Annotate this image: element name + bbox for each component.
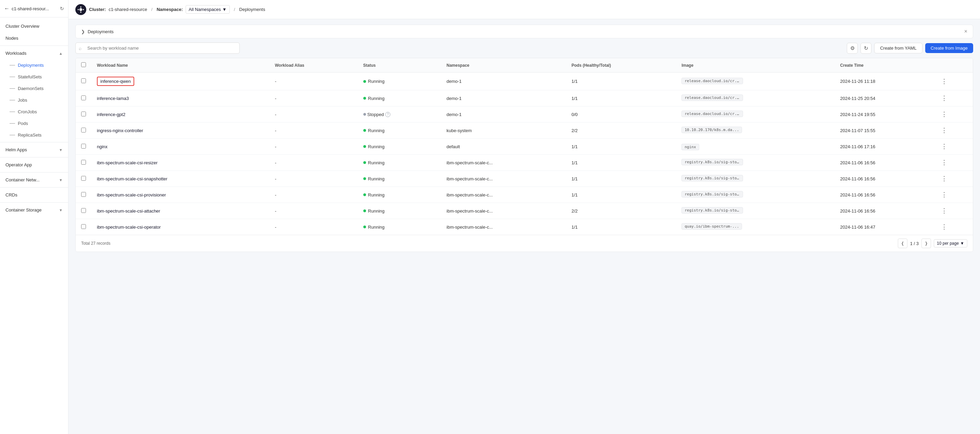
workload-name[interactable]: ibm-spectrum-scale-csi-attacher xyxy=(97,208,160,214)
workload-name[interactable]: inference-gpt2 xyxy=(97,112,125,117)
row-pods-cell: 1/1 xyxy=(566,219,676,235)
sidebar-item-cluster-overview[interactable]: Cluster Overview xyxy=(0,20,68,32)
row-checkbox[interactable] xyxy=(81,192,86,197)
sidebar-item-cronjobs[interactable]: — CronJobs xyxy=(0,106,68,118)
status-badge: Running xyxy=(363,160,436,165)
create-time-text: 2024-11-06 16:56 xyxy=(840,192,875,197)
workload-name[interactable]: ingress-nginx-controller xyxy=(97,128,143,133)
more-actions-button[interactable]: ⋮ xyxy=(941,175,947,182)
workload-name[interactable]: ibm-spectrum-scale-csi-operator xyxy=(97,224,161,230)
status-badge: Stopped ? xyxy=(363,112,436,117)
namespace-text: demo-1 xyxy=(447,79,461,84)
divider-6 xyxy=(0,202,68,203)
row-time-cell: 2024-11-06 16:47 xyxy=(835,219,935,235)
namespace-text: kube-system xyxy=(447,128,472,133)
image-tag: registry.k8s.io/sig-stor... xyxy=(681,175,743,181)
next-page-button[interactable]: ❭ xyxy=(921,238,931,248)
row-checkbox[interactable] xyxy=(81,224,86,229)
more-actions-button[interactable]: ⋮ xyxy=(941,224,947,231)
row-image-cell: nginx xyxy=(676,138,834,155)
workload-name[interactable]: ibm-spectrum-scale-csi-snapshotter xyxy=(97,176,167,181)
pods-text: 2/2 xyxy=(571,128,578,133)
alias-text: - xyxy=(275,208,276,214)
back-button[interactable]: ← c1-shared-resour... ↻ xyxy=(4,5,64,12)
cluster-name-label: c1-shared-resour... xyxy=(12,6,58,11)
page-info: 1 / 3 xyxy=(910,241,919,246)
refresh-button[interactable]: ↻ xyxy=(861,43,872,54)
select-all-checkbox[interactable] xyxy=(81,62,86,67)
row-namespace-cell: default xyxy=(441,138,566,155)
workload-name[interactable]: inference-lama3 xyxy=(97,96,129,101)
more-actions-button[interactable]: ⋮ xyxy=(941,191,947,198)
sidebar-section-container-storage[interactable]: Container Storage ▼ xyxy=(0,204,68,216)
row-checkbox[interactable] xyxy=(81,176,86,181)
workload-name[interactable]: nginx xyxy=(97,144,108,149)
namespace-text: ibm-spectrum-scale-c... xyxy=(447,192,493,197)
svg-point-4 xyxy=(83,9,84,10)
sidebar-item-nodes[interactable]: Nodes xyxy=(0,32,68,44)
sidebar-item-daemonsets[interactable]: — DaemonSets xyxy=(0,83,68,94)
sidebar-section-workloads[interactable]: Workloads ▲ xyxy=(0,47,68,59)
namespace-selector[interactable]: All Namespaces ▼ xyxy=(186,5,230,14)
divider-5 xyxy=(0,187,68,188)
workload-name[interactable]: ibm-spectrum-scale-csi-provisioner xyxy=(97,192,166,197)
more-actions-button[interactable]: ⋮ xyxy=(941,207,947,214)
sidebar-item-statefulsets[interactable]: — StatefulSets xyxy=(0,71,68,83)
row-image-cell: registry.k8s.io/sig-stor... xyxy=(676,155,834,171)
chevron-down-icon-2: ▼ xyxy=(59,178,63,182)
status-text: Running xyxy=(368,96,385,101)
sidebar-item-operator-app[interactable]: Operator App xyxy=(0,159,68,171)
more-actions-button[interactable]: ⋮ xyxy=(941,78,947,85)
sidebar-item-pods[interactable]: — Pods xyxy=(0,118,68,129)
create-time-text: 2024-11-06 16:56 xyxy=(840,176,875,181)
more-actions-button[interactable]: ⋮ xyxy=(941,159,947,166)
close-button[interactable]: × xyxy=(964,29,967,35)
row-checkbox[interactable] xyxy=(81,95,86,100)
row-alias-cell: - xyxy=(269,91,358,107)
status-text: Running xyxy=(368,176,385,181)
row-status-cell: Running xyxy=(358,155,441,171)
svg-point-0 xyxy=(80,8,82,11)
row-checkbox[interactable] xyxy=(81,78,86,83)
prev-page-button[interactable]: ❬ xyxy=(898,238,907,248)
sidebar-section-helm-apps[interactable]: Helm Apps ▼ xyxy=(0,144,68,156)
divider-2 xyxy=(0,142,68,142)
row-checkbox[interactable] xyxy=(81,128,86,132)
breadcrumb-expand-icon[interactable]: ❯ xyxy=(81,29,85,34)
chevron-down-icon-3: ▼ xyxy=(59,208,63,212)
image-tag: release.daocloud.io/cr... xyxy=(681,78,743,84)
status-badge: Running xyxy=(363,128,436,133)
workload-name[interactable]: ibm-spectrum-scale-csi-resizer xyxy=(97,160,158,165)
row-checkbox[interactable] xyxy=(81,111,86,116)
more-actions-button[interactable]: ⋮ xyxy=(941,95,947,102)
refresh-icon[interactable]: ↻ xyxy=(60,6,64,11)
row-pods-cell: 2/2 xyxy=(566,122,676,138)
more-actions-button[interactable]: ⋮ xyxy=(941,143,947,150)
settings-button[interactable]: ⚙ xyxy=(847,43,858,54)
sidebar-section-container-network[interactable]: Container Netw... ▼ xyxy=(0,174,68,186)
row-name-cell: nginx xyxy=(91,138,269,155)
status-dot-icon xyxy=(363,145,366,148)
row-checkbox[interactable] xyxy=(81,160,86,165)
sidebar-item-jobs[interactable]: — Jobs xyxy=(0,94,68,106)
col-status: Status xyxy=(358,58,441,73)
topbar-deployments-label: Deployments xyxy=(239,7,266,12)
create-from-image-button[interactable]: Create from Image xyxy=(925,43,973,53)
more-actions-button[interactable]: ⋮ xyxy=(941,111,947,118)
search-input[interactable] xyxy=(75,43,240,54)
svg-point-2 xyxy=(80,11,81,12)
dash-icon: — xyxy=(10,62,15,68)
per-page-selector[interactable]: 10 per page ▼ xyxy=(934,239,967,248)
sidebar-item-replicasets[interactable]: — ReplicaSets xyxy=(0,129,68,141)
row-checkbox[interactable] xyxy=(81,144,86,149)
more-actions-button[interactable]: ⋮ xyxy=(941,127,947,134)
status-badge: Running xyxy=(363,79,436,84)
sidebar-item-crds[interactable]: CRDs xyxy=(0,189,68,201)
create-from-yaml-button[interactable]: Create from YAML xyxy=(874,43,922,53)
workload-name[interactable]: inference-qwen xyxy=(97,77,134,86)
row-checkbox[interactable] xyxy=(81,208,86,213)
sidebar-item-deployments[interactable]: — Deployments xyxy=(0,59,68,71)
gear-icon: ⚙ xyxy=(850,45,855,51)
alias-text: - xyxy=(275,160,276,165)
row-checkbox-cell xyxy=(76,203,91,219)
